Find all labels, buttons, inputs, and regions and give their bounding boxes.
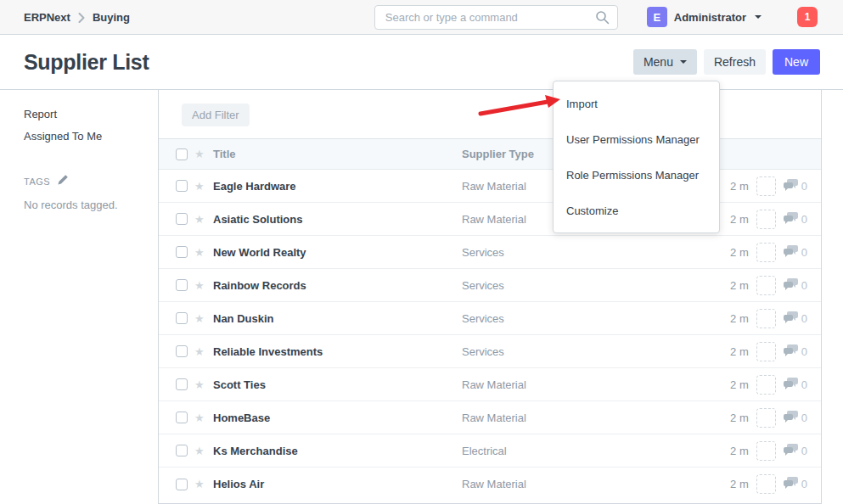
- star-icon[interactable]: ★: [194, 312, 213, 325]
- supplier-title-link[interactable]: New World Realty: [213, 246, 462, 259]
- table-row[interactable]: ★ Ks Merchandise Electrical 2 m 0: [159, 434, 821, 468]
- chevron-right-icon: [78, 13, 85, 23]
- supplier-type: Services: [462, 279, 729, 292]
- supplier-type: Electrical: [462, 445, 729, 457]
- notification-badge[interactable]: 1: [797, 7, 818, 27]
- comment-count-value: 0: [801, 345, 807, 358]
- row-checkbox[interactable]: [176, 479, 188, 490]
- comment-bubbles-icon: [784, 212, 798, 227]
- list-rows: ★ Eagle Hardware Raw Material 2 m 0 ★ As…: [159, 170, 821, 501]
- comment-bubbles-icon: [784, 311, 798, 326]
- breadcrumb: ERPNext Buying: [24, 11, 130, 24]
- supplier-type: Raw Material: [462, 478, 729, 490]
- star-icon[interactable]: ★: [194, 345, 213, 358]
- row-checkbox[interactable]: [176, 445, 188, 456]
- app-window: ERPNext Buying E Administrator 1 Supplie…: [0, 0, 843, 504]
- star-icon[interactable]: ★: [194, 180, 213, 193]
- menu-button[interactable]: Menu: [633, 49, 697, 75]
- column-header-title[interactable]: Title: [213, 148, 462, 160]
- supplier-type: Services: [462, 345, 729, 358]
- comment-bubbles-icon: [784, 179, 798, 193]
- menu-item-0[interactable]: Import: [554, 86, 719, 121]
- page-title: Supplier List: [24, 50, 149, 75]
- modified-timestamp: 2 m: [730, 246, 749, 259]
- supplier-title-link[interactable]: Eagle Hardware: [213, 180, 462, 193]
- user-name: Administrator: [674, 11, 746, 24]
- supplier-title-link[interactable]: Reliable Investments: [213, 345, 462, 358]
- refresh-button[interactable]: Refresh: [704, 49, 766, 75]
- select-all-checkbox[interactable]: [176, 148, 188, 160]
- row-checkbox[interactable]: [176, 312, 188, 324]
- comment-bubbles-icon: [784, 278, 798, 293]
- comment-count: 0: [784, 212, 807, 227]
- star-icon[interactable]: ★: [194, 246, 213, 259]
- table-row[interactable]: ★ Scott Ties Raw Material 2 m 0: [159, 368, 821, 401]
- assignment-placeholder: [756, 408, 776, 428]
- row-meta: 2 m 0: [729, 408, 807, 428]
- table-row[interactable]: ★ Reliable Investments Services 2 m 0: [159, 335, 821, 368]
- row-checkbox[interactable]: [176, 246, 188, 258]
- comment-count-value: 0: [801, 478, 807, 490]
- supplier-title-link[interactable]: Rainbow Records: [213, 279, 462, 292]
- supplier-type: Raw Material: [462, 412, 729, 424]
- row-meta: 2 m 0: [729, 276, 807, 295]
- sidebar-item-report[interactable]: Report: [24, 107, 145, 121]
- supplier-title-link[interactable]: HomeBase: [213, 412, 462, 424]
- table-row[interactable]: ★ Helios Air Raw Material 2 m 0: [159, 468, 821, 501]
- menu-item-1[interactable]: User Permissions Manager: [554, 121, 719, 157]
- table-row[interactable]: ★ Rainbow Records Services 2 m 0: [159, 269, 821, 302]
- add-filter-button[interactable]: Add Filter: [182, 104, 250, 126]
- star-icon[interactable]: ★: [194, 445, 213, 457]
- star-icon[interactable]: ★: [194, 279, 213, 292]
- comment-count: 0: [784, 179, 807, 193]
- row-checkbox[interactable]: [176, 279, 188, 291]
- table-row[interactable]: ★ Nan Duskin Services 2 m 0: [159, 302, 821, 335]
- supplier-title-link[interactable]: Helios Air: [213, 478, 462, 490]
- menu-item-2[interactable]: Role Permissions Manager: [554, 157, 719, 193]
- supplier-title-link[interactable]: Scott Ties: [213, 378, 462, 391]
- row-checkbox[interactable]: [176, 412, 188, 423]
- star-icon[interactable]: ★: [194, 213, 213, 226]
- supplier-title-link[interactable]: Ks Merchandise: [213, 445, 462, 457]
- row-meta: 2 m 0: [729, 342, 807, 361]
- assignment-placeholder: [756, 474, 776, 494]
- menu-item-3[interactable]: Customize: [554, 193, 719, 228]
- new-button[interactable]: New: [773, 49, 820, 75]
- modified-timestamp: 2 m: [730, 213, 749, 226]
- comment-count: 0: [784, 477, 807, 491]
- row-meta: 2 m 0: [729, 176, 807, 196]
- comment-count: 0: [784, 444, 807, 458]
- star-icon[interactable]: ★: [194, 478, 213, 490]
- row-checkbox[interactable]: [176, 345, 188, 357]
- sidebar-item-assigned-to-me[interactable]: Assigned To Me: [24, 129, 145, 143]
- filter-area: Add Filter: [159, 90, 821, 138]
- row-checkbox[interactable]: [176, 378, 188, 390]
- comment-count: 0: [784, 344, 807, 359]
- row-checkbox[interactable]: [176, 213, 188, 225]
- breadcrumb-app[interactable]: ERPNext: [24, 11, 70, 24]
- search-input[interactable]: [374, 5, 618, 30]
- star-icon[interactable]: ★: [194, 412, 213, 424]
- assignment-placeholder: [756, 309, 776, 328]
- page-actions: Menu Refresh New: [633, 49, 820, 75]
- table-row[interactable]: ★ Eagle Hardware Raw Material 2 m 0: [159, 170, 821, 203]
- row-meta: 2 m 0: [729, 309, 807, 328]
- supplier-type: Raw Material: [462, 378, 729, 391]
- table-row[interactable]: ★ Asiatic Solutions Raw Material 2 m 0: [159, 203, 821, 236]
- row-checkbox[interactable]: [176, 180, 188, 192]
- user-menu[interactable]: E Administrator: [647, 7, 762, 27]
- modified-timestamp: 2 m: [730, 378, 749, 391]
- assignment-placeholder: [756, 176, 776, 196]
- edit-pencil-icon[interactable]: [57, 174, 69, 188]
- supplier-title-link[interactable]: Nan Duskin: [213, 312, 462, 325]
- table-row[interactable]: ★ New World Realty Services 2 m 0: [159, 236, 821, 269]
- supplier-title-link[interactable]: Asiatic Solutions: [213, 213, 462, 226]
- table-row[interactable]: ★ HomeBase Raw Material 2 m 0: [159, 401, 821, 434]
- star-icon[interactable]: ★: [194, 378, 213, 391]
- assignment-placeholder: [756, 342, 776, 361]
- breadcrumb-module[interactable]: Buying: [93, 11, 130, 24]
- comment-bubbles-icon: [784, 444, 798, 458]
- chevron-down-icon: [755, 15, 762, 19]
- supplier-type: Services: [462, 246, 729, 259]
- supplier-list: Add Filter ★ Title Supplier Type ★ Eagle…: [158, 90, 822, 504]
